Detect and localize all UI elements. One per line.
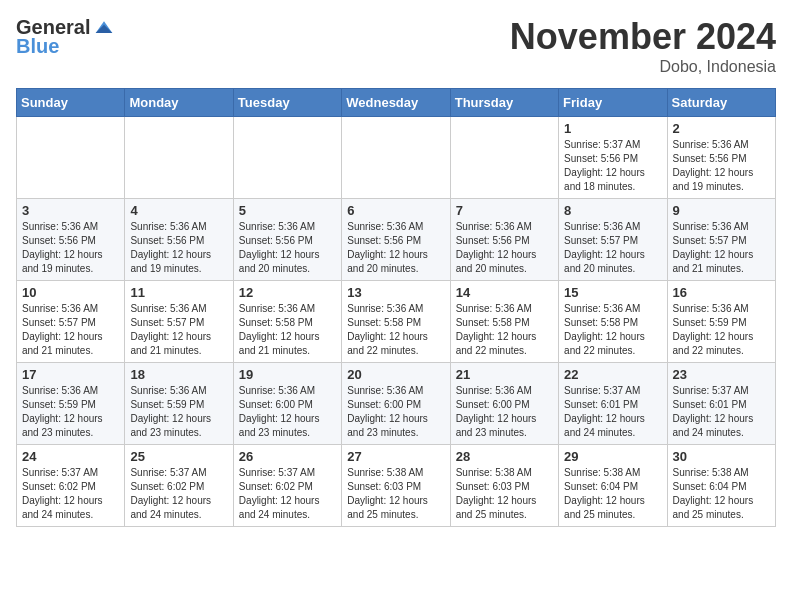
svg-marker-1 xyxy=(96,24,113,32)
day-number: 24 xyxy=(22,449,119,464)
day-number: 4 xyxy=(130,203,227,218)
day-number: 9 xyxy=(673,203,770,218)
day-cell: 25Sunrise: 5:37 AMSunset: 6:02 PMDayligh… xyxy=(125,445,233,527)
day-cell: 7Sunrise: 5:36 AMSunset: 5:56 PMDaylight… xyxy=(450,199,558,281)
day-number: 21 xyxy=(456,367,553,382)
day-info: Sunrise: 5:36 AMSunset: 5:57 PMDaylight:… xyxy=(130,302,227,358)
day-cell: 19Sunrise: 5:36 AMSunset: 6:00 PMDayligh… xyxy=(233,363,341,445)
day-number: 25 xyxy=(130,449,227,464)
day-number: 26 xyxy=(239,449,336,464)
week-row-2: 3Sunrise: 5:36 AMSunset: 5:56 PMDaylight… xyxy=(17,199,776,281)
logo-blue: Blue xyxy=(16,35,59,58)
day-number: 28 xyxy=(456,449,553,464)
day-cell: 12Sunrise: 5:36 AMSunset: 5:58 PMDayligh… xyxy=(233,281,341,363)
day-info: Sunrise: 5:36 AMSunset: 5:59 PMDaylight:… xyxy=(22,384,119,440)
day-cell: 9Sunrise: 5:36 AMSunset: 5:57 PMDaylight… xyxy=(667,199,775,281)
day-info: Sunrise: 5:37 AMSunset: 6:02 PMDaylight:… xyxy=(239,466,336,522)
day-number: 3 xyxy=(22,203,119,218)
day-cell: 23Sunrise: 5:37 AMSunset: 6:01 PMDayligh… xyxy=(667,363,775,445)
day-cell xyxy=(17,117,125,199)
day-number: 19 xyxy=(239,367,336,382)
day-number: 22 xyxy=(564,367,661,382)
day-cell xyxy=(450,117,558,199)
day-cell: 15Sunrise: 5:36 AMSunset: 5:58 PMDayligh… xyxy=(559,281,667,363)
day-info: Sunrise: 5:38 AMSunset: 6:03 PMDaylight:… xyxy=(347,466,444,522)
day-number: 27 xyxy=(347,449,444,464)
day-info: Sunrise: 5:36 AMSunset: 5:56 PMDaylight:… xyxy=(456,220,553,276)
day-cell: 27Sunrise: 5:38 AMSunset: 6:03 PMDayligh… xyxy=(342,445,450,527)
day-number: 1 xyxy=(564,121,661,136)
day-info: Sunrise: 5:37 AMSunset: 6:02 PMDaylight:… xyxy=(130,466,227,522)
title-block: November 2024 Dobo, Indonesia xyxy=(510,16,776,76)
day-info: Sunrise: 5:36 AMSunset: 5:56 PMDaylight:… xyxy=(130,220,227,276)
logo-icon xyxy=(94,18,114,38)
day-info: Sunrise: 5:37 AMSunset: 5:56 PMDaylight:… xyxy=(564,138,661,194)
day-info: Sunrise: 5:36 AMSunset: 5:59 PMDaylight:… xyxy=(130,384,227,440)
day-number: 17 xyxy=(22,367,119,382)
day-cell: 2Sunrise: 5:36 AMSunset: 5:56 PMDaylight… xyxy=(667,117,775,199)
day-number: 23 xyxy=(673,367,770,382)
day-cell: 16Sunrise: 5:36 AMSunset: 5:59 PMDayligh… xyxy=(667,281,775,363)
day-number: 14 xyxy=(456,285,553,300)
day-cell: 21Sunrise: 5:36 AMSunset: 6:00 PMDayligh… xyxy=(450,363,558,445)
day-number: 20 xyxy=(347,367,444,382)
day-info: Sunrise: 5:36 AMSunset: 6:00 PMDaylight:… xyxy=(347,384,444,440)
weekday-header-tuesday: Tuesday xyxy=(233,89,341,117)
day-cell xyxy=(125,117,233,199)
weekday-header-wednesday: Wednesday xyxy=(342,89,450,117)
day-info: Sunrise: 5:37 AMSunset: 6:01 PMDaylight:… xyxy=(673,384,770,440)
day-cell: 18Sunrise: 5:36 AMSunset: 5:59 PMDayligh… xyxy=(125,363,233,445)
day-cell xyxy=(342,117,450,199)
day-cell: 30Sunrise: 5:38 AMSunset: 6:04 PMDayligh… xyxy=(667,445,775,527)
day-number: 11 xyxy=(130,285,227,300)
weekday-header-thursday: Thursday xyxy=(450,89,558,117)
day-cell: 4Sunrise: 5:36 AMSunset: 5:56 PMDaylight… xyxy=(125,199,233,281)
day-cell: 11Sunrise: 5:36 AMSunset: 5:57 PMDayligh… xyxy=(125,281,233,363)
day-info: Sunrise: 5:36 AMSunset: 5:56 PMDaylight:… xyxy=(673,138,770,194)
week-row-5: 24Sunrise: 5:37 AMSunset: 6:02 PMDayligh… xyxy=(17,445,776,527)
day-cell: 1Sunrise: 5:37 AMSunset: 5:56 PMDaylight… xyxy=(559,117,667,199)
day-cell: 3Sunrise: 5:36 AMSunset: 5:56 PMDaylight… xyxy=(17,199,125,281)
day-number: 18 xyxy=(130,367,227,382)
day-cell: 29Sunrise: 5:38 AMSunset: 6:04 PMDayligh… xyxy=(559,445,667,527)
day-info: Sunrise: 5:38 AMSunset: 6:04 PMDaylight:… xyxy=(564,466,661,522)
day-info: Sunrise: 5:36 AMSunset: 5:58 PMDaylight:… xyxy=(347,302,444,358)
page-header: General Blue November 2024 Dobo, Indones… xyxy=(16,16,776,76)
weekday-header-sunday: Sunday xyxy=(17,89,125,117)
week-row-3: 10Sunrise: 5:36 AMSunset: 5:57 PMDayligh… xyxy=(17,281,776,363)
day-info: Sunrise: 5:36 AMSunset: 5:57 PMDaylight:… xyxy=(673,220,770,276)
day-cell: 13Sunrise: 5:36 AMSunset: 5:58 PMDayligh… xyxy=(342,281,450,363)
day-info: Sunrise: 5:36 AMSunset: 5:58 PMDaylight:… xyxy=(564,302,661,358)
day-cell: 6Sunrise: 5:36 AMSunset: 5:56 PMDaylight… xyxy=(342,199,450,281)
day-cell: 22Sunrise: 5:37 AMSunset: 6:01 PMDayligh… xyxy=(559,363,667,445)
day-info: Sunrise: 5:36 AMSunset: 5:58 PMDaylight:… xyxy=(456,302,553,358)
week-row-4: 17Sunrise: 5:36 AMSunset: 5:59 PMDayligh… xyxy=(17,363,776,445)
day-info: Sunrise: 5:36 AMSunset: 5:58 PMDaylight:… xyxy=(239,302,336,358)
weekday-header-monday: Monday xyxy=(125,89,233,117)
week-row-1: 1Sunrise: 5:37 AMSunset: 5:56 PMDaylight… xyxy=(17,117,776,199)
day-number: 13 xyxy=(347,285,444,300)
weekday-header-saturday: Saturday xyxy=(667,89,775,117)
day-info: Sunrise: 5:37 AMSunset: 6:02 PMDaylight:… xyxy=(22,466,119,522)
day-info: Sunrise: 5:37 AMSunset: 6:01 PMDaylight:… xyxy=(564,384,661,440)
day-info: Sunrise: 5:38 AMSunset: 6:04 PMDaylight:… xyxy=(673,466,770,522)
day-info: Sunrise: 5:36 AMSunset: 5:57 PMDaylight:… xyxy=(564,220,661,276)
day-number: 10 xyxy=(22,285,119,300)
day-info: Sunrise: 5:36 AMSunset: 6:00 PMDaylight:… xyxy=(456,384,553,440)
day-cell: 24Sunrise: 5:37 AMSunset: 6:02 PMDayligh… xyxy=(17,445,125,527)
day-number: 16 xyxy=(673,285,770,300)
day-number: 29 xyxy=(564,449,661,464)
day-info: Sunrise: 5:36 AMSunset: 5:59 PMDaylight:… xyxy=(673,302,770,358)
day-cell: 5Sunrise: 5:36 AMSunset: 5:56 PMDaylight… xyxy=(233,199,341,281)
day-info: Sunrise: 5:36 AMSunset: 5:56 PMDaylight:… xyxy=(239,220,336,276)
weekday-header-row: SundayMondayTuesdayWednesdayThursdayFrid… xyxy=(17,89,776,117)
day-cell: 26Sunrise: 5:37 AMSunset: 6:02 PMDayligh… xyxy=(233,445,341,527)
day-number: 15 xyxy=(564,285,661,300)
day-info: Sunrise: 5:38 AMSunset: 6:03 PMDaylight:… xyxy=(456,466,553,522)
day-number: 6 xyxy=(347,203,444,218)
weekday-header-friday: Friday xyxy=(559,89,667,117)
day-number: 8 xyxy=(564,203,661,218)
day-number: 7 xyxy=(456,203,553,218)
day-cell: 20Sunrise: 5:36 AMSunset: 6:00 PMDayligh… xyxy=(342,363,450,445)
day-cell: 17Sunrise: 5:36 AMSunset: 5:59 PMDayligh… xyxy=(17,363,125,445)
